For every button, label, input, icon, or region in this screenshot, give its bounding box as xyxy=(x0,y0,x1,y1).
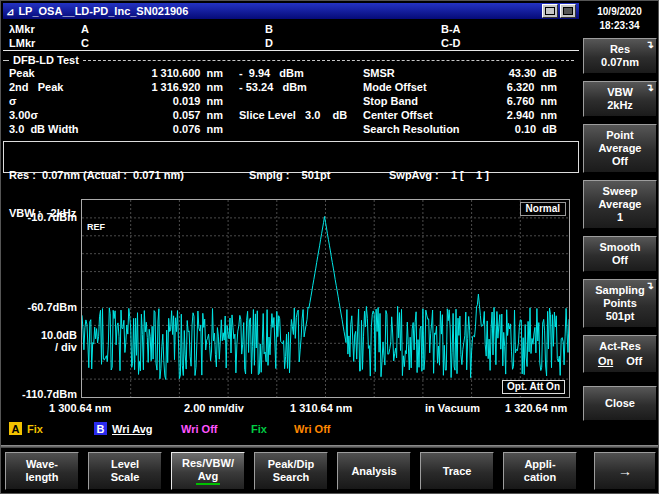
setting-smplg: Smplg : 501pt xyxy=(249,168,389,182)
menu-button-label: length xyxy=(26,471,59,484)
analysis-extra: - 9.94 dBm xyxy=(223,67,347,81)
menu-button-label: Trace xyxy=(443,465,472,478)
window-titlebar[interactable]: ⊿ LP_OSA__LD-PD_Inc_SN021906 xyxy=(3,3,579,19)
panel-divider xyxy=(1,445,659,448)
trace-status-trace-d[interactable]: Fix xyxy=(251,421,267,436)
menu-button-label: cation xyxy=(524,471,556,484)
coupling-arrow-icon: ↴ xyxy=(646,280,654,291)
analysis-value: 6.320 nm xyxy=(475,81,557,95)
trace-mode-label: Wri Off xyxy=(294,423,330,435)
trace-letter-badge: B xyxy=(94,422,107,435)
sweep-mode-badge: Normal xyxy=(520,202,566,216)
window-title: LP_OSA__LD-PD_Inc_SN021906 xyxy=(18,5,188,17)
menu-button-application[interactable]: Appli-cation xyxy=(503,452,577,490)
menu-button-label: Appli- xyxy=(524,458,555,471)
menu-button-more[interactable]: → xyxy=(594,452,656,490)
spectrum-plot[interactable]: Normal REF Opt. Att On xyxy=(81,199,570,398)
trace-status-bar: AFixBWri AvgWri OffFixWri Off xyxy=(1,421,579,436)
analysis-value: 0.10 dB xyxy=(475,123,557,137)
maximize-icon xyxy=(563,7,573,15)
analysis-results-left: Peak1 310.600 nm- 9.94 dBm2nd Peak1 316.… xyxy=(9,67,347,137)
softkey-menu: ↴Res0.07nm↴VBW2kHzPointAverageOffSweepAv… xyxy=(583,38,657,421)
softkey-label: Res xyxy=(586,43,654,56)
analysis-value: 0.076 nm xyxy=(127,123,223,137)
menu-button-label: Scale xyxy=(111,471,140,484)
marker-wl-b: B xyxy=(265,23,441,35)
trace-mode-label: Fix xyxy=(27,423,43,435)
time-text: 18:23:34 xyxy=(580,19,659,33)
y-axis-ref-label: -10.7dBm xyxy=(1,211,77,223)
y-axis-bottom-label: -110.7dBm xyxy=(1,388,77,400)
softkey-close[interactable]: Close xyxy=(583,386,657,421)
softkey-label: Average xyxy=(586,142,654,155)
softkey-smooth[interactable]: SmoothOff xyxy=(583,236,657,272)
softkey-point-average[interactable]: PointAverageOff xyxy=(583,124,657,173)
marker-wl-label: λMkr xyxy=(9,23,81,35)
x-axis-center-label: 1 310.64 nm xyxy=(290,402,352,414)
softkey-sweep-average[interactable]: SweepAverage1 xyxy=(583,180,657,229)
y-axis-mid-label: -60.7dBm xyxy=(1,301,77,313)
act-res-on-option[interactable]: On xyxy=(598,355,613,368)
marker-lv-d: D xyxy=(265,37,441,49)
setting-res: Res : 0.07nm (Actual : 0.071 nm) xyxy=(9,168,249,182)
minimize-icon xyxy=(545,7,555,15)
softkey-label: Act-Res xyxy=(586,340,654,353)
softkey-label: Point xyxy=(586,129,654,142)
window-maximize-button[interactable] xyxy=(560,4,576,18)
window-minimize-button[interactable] xyxy=(542,4,558,18)
trace-status-trace-a[interactable]: AFix xyxy=(9,421,43,436)
y-axis-div-label-2: / div xyxy=(1,341,77,353)
menu-button-trace[interactable]: Trace xyxy=(420,452,494,490)
analysis-label: Mode Offset xyxy=(363,81,475,95)
analysis-results-right: SMSR43.30 dBMode Offset6.320 nmStop Band… xyxy=(363,67,557,137)
trace-status-trace-e[interactable]: Wri Off xyxy=(294,421,330,436)
trace-mode-label: Wri Avg xyxy=(112,423,153,435)
osa-application-window: ⊿ LP_OSA__LD-PD_Inc_SN021906 10/9/2020 1… xyxy=(0,0,659,494)
softkey-act-res[interactable]: Act-ResOnOff xyxy=(583,335,657,373)
marker-wl-a: A xyxy=(81,23,265,35)
analysis-value: 2.940 nm xyxy=(475,109,557,123)
acquisition-settings-box: Res : 0.07nm (Actual : 0.071 nm) Smplg :… xyxy=(3,141,579,173)
menu-button-label: Peak/Dip xyxy=(268,458,314,471)
function-menu-bar: Wave-lengthLevelScaleRes/VBW/AvgPeak/Dip… xyxy=(5,452,656,492)
softkey-label: 2kHz xyxy=(586,99,654,112)
menu-button-res-vbw-avg[interactable]: Res/VBW/Avg xyxy=(171,452,245,490)
analysis-label: Center Offset xyxy=(363,109,475,123)
coupling-arrow-icon: ↴ xyxy=(646,39,654,50)
menu-button-analysis[interactable]: Analysis xyxy=(337,452,411,490)
analysis-title: DFB-LD Test xyxy=(9,54,83,66)
window-controls xyxy=(542,4,576,18)
analysis-label: 3.00σ xyxy=(9,109,127,123)
softkey-label: 0.07nm xyxy=(586,56,654,69)
analysis-extra: - 53.24 dBm xyxy=(223,81,347,95)
marker-lv-c: C xyxy=(81,37,265,49)
analysis-value: 43.30 dB xyxy=(475,67,557,81)
trace-status-trace-c[interactable]: Wri Off xyxy=(181,421,217,436)
x-axis-div-label: 2.00 nm/div xyxy=(184,402,244,414)
trace-status-trace-b[interactable]: BWri Avg xyxy=(94,421,153,436)
optical-att-badge: Opt. Att On xyxy=(502,380,565,394)
trace-mode-label: Fix xyxy=(251,423,267,435)
setting-swpavg: SwpAvg : 1 [ 1 ] xyxy=(389,168,489,182)
analysis-value: 0.019 nm xyxy=(127,95,223,109)
trace-letter-badge: A xyxy=(9,422,22,435)
menu-button-peak-dip-search[interactable]: Peak/DipSearch xyxy=(254,452,328,490)
coupling-arrow-icon: ↴ xyxy=(646,82,654,93)
softkey-label: Average xyxy=(586,198,654,211)
softkey-res[interactable]: ↴Res0.07nm xyxy=(583,38,657,74)
act-res-off-option[interactable]: Off xyxy=(626,355,642,368)
analysis-extra: Slice Level 3.0 dB xyxy=(223,109,347,123)
softkey-label: Smooth xyxy=(586,241,654,254)
softkey-sampling-points[interactable]: ↴SamplingPoints501pt xyxy=(583,279,657,328)
menu-button-label: Analysis xyxy=(351,465,396,478)
spectrum-trace-svg xyxy=(82,200,569,397)
softkey-label: 501pt xyxy=(586,310,654,323)
softkey-vbw[interactable]: ↴VBW2kHz xyxy=(583,81,657,117)
menu-button-level-scale[interactable]: LevelScale xyxy=(88,452,162,490)
x-axis-vacuum-label: in Vacuum xyxy=(425,402,480,414)
menu-button-label: Res/VBW/ xyxy=(182,457,234,470)
menu-button-wavelength[interactable]: Wave-length xyxy=(5,452,79,490)
ref-level-label: REF xyxy=(87,222,105,232)
softkey-label: Sampling xyxy=(586,284,654,297)
window-icon: ⊿ xyxy=(6,6,14,17)
